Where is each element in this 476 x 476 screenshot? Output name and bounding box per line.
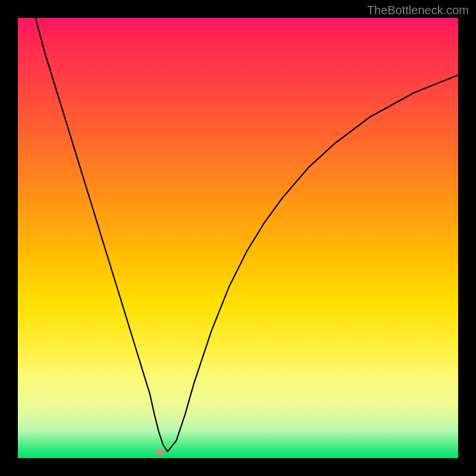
watermark-text: TheBottleneck.com <box>367 4 469 17</box>
minimum-marker <box>156 449 164 455</box>
bottleneck-curve <box>36 18 458 452</box>
chart-container: TheBottleneck.com <box>0 0 476 476</box>
curve-svg <box>18 18 458 458</box>
plot-area <box>18 18 458 458</box>
